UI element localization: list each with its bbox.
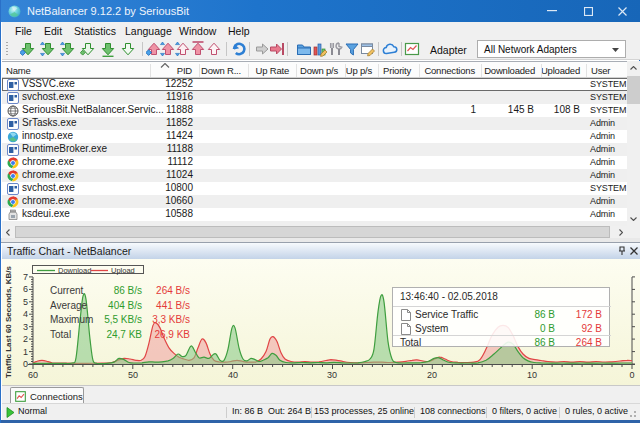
svg-text:3: 3 [23,322,28,332]
svg-text:2: 2 [23,334,28,344]
svg-text:4: 4 [23,309,28,319]
svg-text:20: 20 [427,370,437,380]
svg-text:50: 50 [128,370,138,380]
svg-text:5: 5 [23,297,28,307]
svg-text:30: 30 [327,370,337,380]
svg-text:6: 6 [23,284,28,294]
svg-text:10: 10 [527,370,537,380]
svg-text:0: 0 [629,370,634,380]
svg-text:60: 60 [28,370,38,380]
svg-text:1: 1 [23,347,28,357]
svg-text:7: 7 [23,272,28,282]
svg-text:40: 40 [228,370,238,380]
svg-text:0: 0 [23,359,28,369]
